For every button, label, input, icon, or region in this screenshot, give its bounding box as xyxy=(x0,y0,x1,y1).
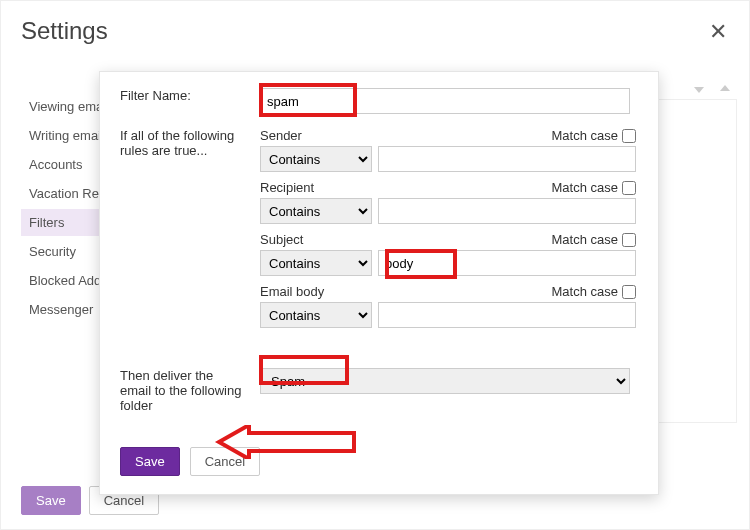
filter-dialog: Filter Name: If all of the following rul… xyxy=(99,71,659,495)
condition-operator-select[interactable]: Contains xyxy=(260,146,372,172)
filter-name-label: Filter Name: xyxy=(120,88,260,114)
match-case-checkbox[interactable] xyxy=(622,129,636,143)
filter-condition: Sender Match case Contains xyxy=(260,128,636,172)
condition-field-label: Recipient xyxy=(260,180,314,195)
deliver-folder-select[interactable]: Spam xyxy=(260,368,630,394)
match-case-label: Match case xyxy=(552,180,618,195)
match-case-label: Match case xyxy=(552,284,618,299)
move-down-icon[interactable] xyxy=(691,81,709,99)
match-case-toggle[interactable]: Match case xyxy=(552,128,636,143)
move-up-icon[interactable] xyxy=(717,81,735,99)
cancel-button[interactable]: Cancel xyxy=(190,447,260,476)
condition-value-input[interactable] xyxy=(378,250,636,276)
match-case-checkbox[interactable] xyxy=(622,181,636,195)
filter-condition: Email body Match case Contains xyxy=(260,284,636,328)
match-case-toggle[interactable]: Match case xyxy=(552,180,636,195)
condition-field-label: Subject xyxy=(260,232,303,247)
match-case-checkbox[interactable] xyxy=(622,285,636,299)
condition-value-input[interactable] xyxy=(378,198,636,224)
rules-intro-label: If all of the following rules are true..… xyxy=(120,128,260,336)
filter-condition: Subject Match case Contains xyxy=(260,232,636,276)
match-case-toggle[interactable]: Match case xyxy=(552,232,636,247)
match-case-checkbox[interactable] xyxy=(622,233,636,247)
close-icon[interactable]: ✕ xyxy=(709,19,727,45)
condition-field-label: Email body xyxy=(260,284,324,299)
deliver-label: Then deliver the email to the following … xyxy=(120,368,260,413)
condition-field-label: Sender xyxy=(260,128,302,143)
filter-name-input[interactable] xyxy=(260,88,630,114)
condition-value-input[interactable] xyxy=(378,302,636,328)
condition-operator-select[interactable]: Contains xyxy=(260,250,372,276)
condition-operator-select[interactable]: Contains xyxy=(260,302,372,328)
settings-save-button[interactable]: Save xyxy=(21,486,81,515)
condition-value-input[interactable] xyxy=(378,146,636,172)
page-title: Settings xyxy=(1,1,749,45)
condition-operator-select[interactable]: Contains xyxy=(260,198,372,224)
match-case-label: Match case xyxy=(552,232,618,247)
match-case-toggle[interactable]: Match case xyxy=(552,284,636,299)
filter-condition: Recipient Match case Contains xyxy=(260,180,636,224)
save-button[interactable]: Save xyxy=(120,447,180,476)
match-case-label: Match case xyxy=(552,128,618,143)
